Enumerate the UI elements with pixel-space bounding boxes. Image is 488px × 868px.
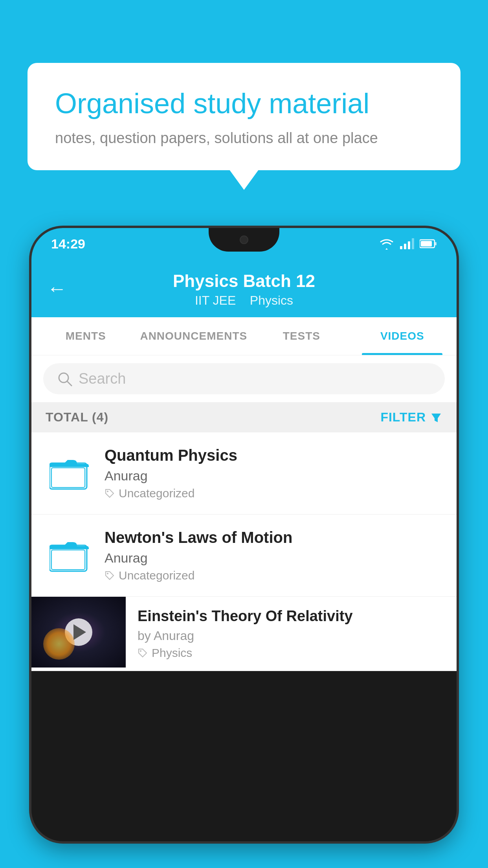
speech-bubble: Organised study material notes, question… — [28, 63, 460, 170]
svg-rect-10 — [51, 468, 85, 487]
wifi-icon — [379, 238, 394, 250]
folder-icon — [50, 456, 89, 491]
filter-button[interactable]: FILTER — [380, 410, 442, 425]
bubble-title: Organised study material — [55, 86, 433, 120]
video-thumbnail-3 — [31, 597, 126, 668]
svg-point-11 — [107, 491, 108, 492]
svg-point-14 — [107, 573, 108, 574]
list-item[interactable]: Quantum Physics Anurag Uncategorized — [31, 432, 457, 515]
back-button[interactable]: ← — [47, 277, 67, 300]
video-list: Quantum Physics Anurag Uncategorized — [31, 432, 457, 671]
video-author-3: by Anurag — [138, 629, 445, 643]
header-title: Physics Batch 12 — [47, 271, 441, 291]
video-tag-3: Physics — [138, 646, 445, 660]
svg-rect-2 — [408, 241, 410, 249]
status-time: 14:29 — [51, 236, 85, 252]
subtitle-part1: IIT JEE — [195, 293, 236, 307]
battery-icon — [420, 239, 437, 249]
filter-icon — [430, 411, 442, 424]
video-info-3: Einstein's Theory Of Relativity by Anura… — [126, 597, 457, 671]
total-label: TOTAL (4) — [46, 410, 108, 425]
svg-line-8 — [67, 381, 72, 386]
video-title-2: Newton's Laws of Motion — [105, 529, 442, 546]
tag-icon — [105, 570, 115, 581]
header-subtitle: IIT JEE Physics — [47, 293, 441, 308]
tab-announcements[interactable]: ANNOUNCEMENTS — [136, 317, 251, 355]
tab-ments[interactable]: MENTS — [35, 317, 136, 355]
search-icon — [57, 371, 72, 386]
search-placeholder: Search — [79, 370, 126, 387]
search-container: Search — [31, 355, 457, 402]
filter-bar: TOTAL (4) FILTER — [31, 402, 457, 432]
list-item[interactable]: Newton's Laws of Motion Anurag Uncategor… — [31, 515, 457, 597]
glow-orb — [43, 628, 75, 660]
svg-rect-1 — [404, 244, 406, 249]
tab-videos[interactable]: VIDEOS — [352, 317, 453, 355]
play-triangle-icon — [73, 624, 86, 640]
thumb-bg — [31, 597, 126, 668]
search-box[interactable]: Search — [43, 363, 445, 394]
video-thumbnail-1 — [46, 450, 93, 497]
bubble-subtitle: notes, question papers, solutions all at… — [55, 130, 433, 147]
svg-rect-13 — [51, 550, 85, 570]
phone-notch — [209, 228, 279, 252]
phone-frame: 14:29 — [31, 228, 457, 841]
video-tag-2: Uncategorized — [105, 569, 442, 582]
folder-icon — [50, 538, 89, 573]
status-icons — [379, 238, 437, 250]
video-tag-1: Uncategorized — [105, 487, 442, 500]
svg-rect-3 — [412, 238, 414, 249]
video-title-1: Quantum Physics — [105, 447, 442, 464]
camera-dot — [240, 235, 248, 244]
svg-point-15 — [140, 650, 141, 652]
video-title-3: Einstein's Theory Of Relativity — [138, 608, 445, 625]
svg-rect-0 — [400, 246, 402, 249]
video-thumbnail-2 — [46, 532, 93, 579]
list-item[interactable]: Einstein's Theory Of Relativity by Anura… — [31, 597, 457, 671]
subtitle-part2: Physics — [250, 293, 293, 307]
video-author-1: Anurag — [105, 468, 442, 484]
video-info-1: Quantum Physics Anurag Uncategorized — [105, 447, 442, 500]
signal-icon — [400, 238, 414, 249]
tabs-bar: MENTS ANNOUNCEMENTS TESTS VIDEOS — [31, 317, 457, 355]
app-header: ← Physics Batch 12 IIT JEE Physics — [31, 259, 457, 317]
svg-rect-6 — [421, 241, 432, 246]
tag-icon — [138, 648, 148, 658]
phone-wrapper: 14:29 — [31, 228, 457, 868]
speech-bubble-wrapper: Organised study material notes, question… — [28, 63, 460, 170]
tag-icon — [105, 488, 115, 498]
tab-tests[interactable]: TESTS — [251, 317, 352, 355]
video-info-2: Newton's Laws of Motion Anurag Uncategor… — [105, 529, 442, 582]
video-author-2: Anurag — [105, 550, 442, 566]
svg-rect-5 — [435, 242, 437, 245]
